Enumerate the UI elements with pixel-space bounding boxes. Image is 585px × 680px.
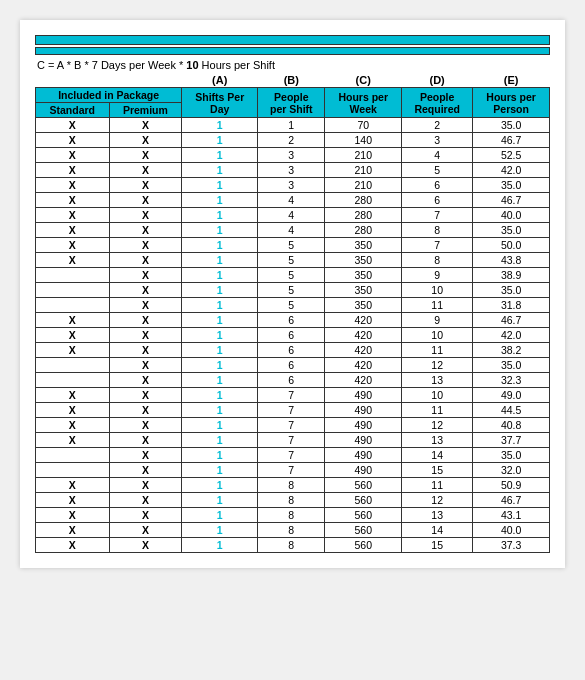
table-cell: 420 xyxy=(325,343,402,358)
table-cell: X xyxy=(109,163,182,178)
table-row: X153501035.0 xyxy=(36,283,550,298)
table-cell: 1 xyxy=(182,478,258,493)
table-cell: X xyxy=(109,478,182,493)
table-cell: X xyxy=(36,193,110,208)
table-cell: 13 xyxy=(402,433,473,448)
col-header-people-shift: Peopleper Shift xyxy=(258,88,325,118)
table-cell: 1 xyxy=(258,118,325,133)
table-cell: X xyxy=(109,493,182,508)
table-cell: 1 xyxy=(182,298,258,313)
table-cell: 32.0 xyxy=(473,463,550,478)
table-row: XX15350843.8 xyxy=(36,253,550,268)
table-cell: X xyxy=(109,313,182,328)
table-cell xyxy=(36,358,110,373)
table-cell: 5 xyxy=(258,268,325,283)
table-cell: 8 xyxy=(258,523,325,538)
table-cell: 1 xyxy=(182,313,258,328)
table-row: X164201332.3 xyxy=(36,373,550,388)
table-cell: 3 xyxy=(258,148,325,163)
table-cell: 11 xyxy=(402,403,473,418)
subtitle xyxy=(35,47,550,55)
table-cell: 40.0 xyxy=(473,523,550,538)
table-row: XX14280646.7 xyxy=(36,193,550,208)
table-cell: 1 xyxy=(182,508,258,523)
table-row: XX174901144.5 xyxy=(36,403,550,418)
table-cell: 280 xyxy=(325,208,402,223)
table-cell: 6 xyxy=(258,328,325,343)
table-cell: X xyxy=(36,478,110,493)
table-row: XX185601246.7 xyxy=(36,493,550,508)
table-row: XX164201138.2 xyxy=(36,343,550,358)
table-row: XX14280835.0 xyxy=(36,223,550,238)
table-cell: X xyxy=(36,178,110,193)
table-cell: X xyxy=(109,388,182,403)
table-cell: 37.3 xyxy=(473,538,550,553)
table-cell: X xyxy=(109,193,182,208)
table-row: XX12140346.7 xyxy=(36,133,550,148)
table-cell: X xyxy=(109,343,182,358)
table-cell: X xyxy=(109,148,182,163)
table-cell: 38.2 xyxy=(473,343,550,358)
table-cell: 52.5 xyxy=(473,148,550,163)
table-cell: 5 xyxy=(258,238,325,253)
table-cell: 40.0 xyxy=(473,208,550,223)
table-cell: X xyxy=(36,253,110,268)
table-cell: 43.1 xyxy=(473,508,550,523)
table-cell: X xyxy=(36,133,110,148)
table-cell: 15 xyxy=(402,463,473,478)
table-cell: 8 xyxy=(258,538,325,553)
table-row: XX14280740.0 xyxy=(36,208,550,223)
table-cell: 10 xyxy=(402,328,473,343)
table-cell: 1 xyxy=(182,448,258,463)
table-cell: 7 xyxy=(402,208,473,223)
table-cell: 1 xyxy=(182,223,258,238)
table-cell: X xyxy=(109,238,182,253)
table-cell: 7 xyxy=(258,418,325,433)
table-cell: 1 xyxy=(182,208,258,223)
table-cell: 46.7 xyxy=(473,493,550,508)
table-cell: 42.0 xyxy=(473,163,550,178)
table-cell: 7 xyxy=(258,388,325,403)
table-cell: 490 xyxy=(325,433,402,448)
table-cell: 490 xyxy=(325,403,402,418)
table-row: XX164201042.0 xyxy=(36,328,550,343)
table-cell: 1 xyxy=(182,178,258,193)
header-row: Included in Package Shifts PerDay People… xyxy=(36,88,550,103)
table-row: XX15350750.0 xyxy=(36,238,550,253)
table-cell: 2 xyxy=(258,133,325,148)
table-cell: X xyxy=(36,493,110,508)
table-row: XX16420946.7 xyxy=(36,313,550,328)
formula1: C = A * B * 7 Days per Week * 10 Hours p… xyxy=(35,59,550,71)
table-cell: 560 xyxy=(325,538,402,553)
table-cell xyxy=(36,463,110,478)
table-row: XX185601440.0 xyxy=(36,523,550,538)
table-cell: X xyxy=(109,463,182,478)
table-cell: 6 xyxy=(258,358,325,373)
table-cell: X xyxy=(109,448,182,463)
table-cell: 5 xyxy=(258,253,325,268)
table-cell: 8 xyxy=(402,223,473,238)
table-cell: 9 xyxy=(402,313,473,328)
table-cell: 5 xyxy=(402,163,473,178)
table-cell: 210 xyxy=(325,178,402,193)
table-cell: X xyxy=(109,523,182,538)
table-cell: 35.0 xyxy=(473,178,550,193)
table-cell: X xyxy=(109,403,182,418)
table-row: XX185601150.9 xyxy=(36,478,550,493)
table-cell xyxy=(36,448,110,463)
table-cell: X xyxy=(109,253,182,268)
table-cell: X xyxy=(36,538,110,553)
table-row: XX185601343.1 xyxy=(36,508,550,523)
table-cell: 50.0 xyxy=(473,238,550,253)
table-cell: 4 xyxy=(258,223,325,238)
table-cell: 1 xyxy=(182,388,258,403)
table-cell: 8 xyxy=(258,478,325,493)
table-cell: 12 xyxy=(402,493,473,508)
table-cell: X xyxy=(109,418,182,433)
table-cell: 350 xyxy=(325,238,402,253)
table-cell: 32.3 xyxy=(473,373,550,388)
table-cell: 1 xyxy=(182,343,258,358)
table-cell: 420 xyxy=(325,373,402,388)
table-cell: 11 xyxy=(402,343,473,358)
table-cell: X xyxy=(36,388,110,403)
